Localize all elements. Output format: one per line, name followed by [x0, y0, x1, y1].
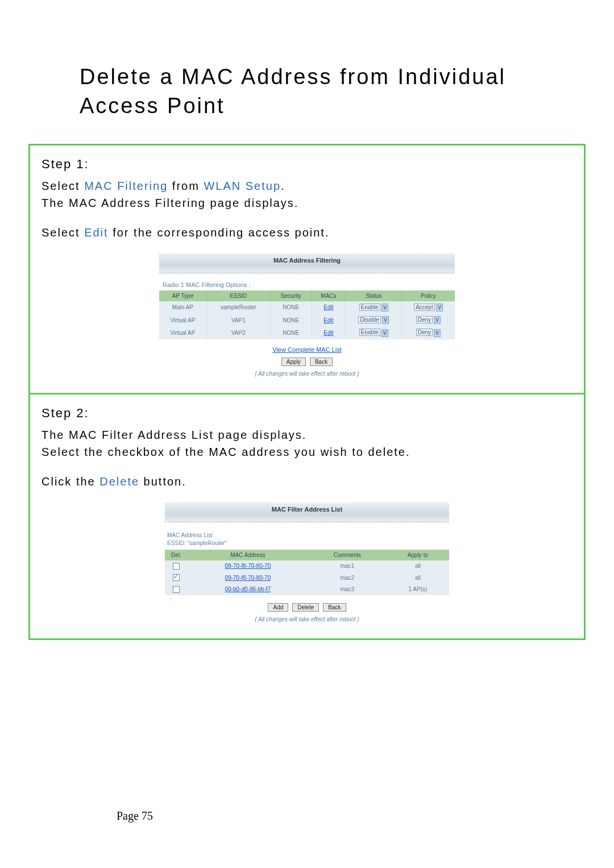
- delete-button[interactable]: Delete: [292, 603, 319, 612]
- steps-container: Step 1: Select MAC Filtering from WLAN S…: [28, 144, 586, 640]
- cell-applyto: all: [387, 572, 449, 583]
- cell-sec: NONE: [270, 314, 312, 326]
- col-comments: Comments: [308, 550, 387, 560]
- table-row: Virtual AP VAP1 NONE Edit Disableᐯ Denyᐯ: [159, 314, 455, 326]
- mac-address-link[interactable]: 00-b0-d0-86-bb-f7: [188, 583, 308, 595]
- chevron-down-icon[interactable]: ᐯ: [381, 329, 388, 337]
- table-header-row: Del. MAC Address Comments Apply to: [165, 550, 449, 560]
- cell-comments: mac1: [308, 560, 387, 572]
- essid-label: ESSID: "sampleRouter": [167, 539, 449, 547]
- reboot-note: ( All changes will take effect after reb…: [165, 616, 449, 622]
- cell-aptype: Virtual AP: [159, 326, 206, 339]
- cell-aptype: Virtual AP: [159, 314, 206, 326]
- mac-address-link[interactable]: 08-70-f8-70-80-70: [188, 560, 308, 572]
- cell-essid: VAP2: [206, 326, 270, 339]
- cell-sec: NONE: [270, 301, 312, 314]
- step1-line1: Select MAC Filtering from WLAN Setup.: [42, 177, 572, 194]
- reboot-note: ( All changes will take effect after reb…: [159, 371, 455, 377]
- status-select[interactable]: Disable: [358, 316, 380, 323]
- table-header-row: AP Type ESSID Security MACs Status Polic…: [159, 290, 455, 301]
- chevron-down-icon[interactable]: ᐯ: [382, 316, 389, 324]
- cell-comments: mac2: [308, 572, 387, 583]
- col-status: Status: [346, 290, 402, 301]
- kw-delete: Delete: [99, 475, 139, 488]
- cell-essid: sampleRouter: [206, 301, 270, 314]
- page-title: Delete a MAC Address from Individual Acc…: [80, 63, 580, 121]
- edit-link[interactable]: Edit: [323, 304, 333, 310]
- chevron-down-icon[interactable]: ᐯ: [381, 304, 388, 312]
- status-select[interactable]: Enable: [359, 304, 380, 311]
- mac-address-link[interactable]: 09-70-f8-70-80-70: [188, 572, 308, 583]
- status-value: Enable: [361, 329, 379, 335]
- panel-mac-filtering: MAC Address Filtering Radio 1 MAC Filter…: [159, 254, 455, 377]
- kw-edit: Edit: [84, 226, 108, 239]
- table-row: 00-b0-d0-86-bb-f7 mac3 1 AP(s): [165, 583, 449, 595]
- policy-select[interactable]: Deny: [416, 329, 433, 336]
- policy-value: Accept: [416, 304, 433, 310]
- col-aptype: AP Type: [159, 290, 206, 301]
- step1-mid2: .: [281, 180, 285, 192]
- col-mac-address: MAC Address: [188, 550, 308, 560]
- step2-heading: Step 2:: [42, 406, 572, 421]
- delete-checkbox[interactable]: [173, 574, 180, 581]
- back-button[interactable]: Back: [323, 603, 346, 612]
- apply-button[interactable]: Apply: [281, 358, 306, 366]
- step2-line3-post: button.: [139, 475, 186, 488]
- add-button[interactable]: Add: [268, 603, 288, 612]
- status-value: Disable: [360, 317, 379, 323]
- panel-mac-filter-address-list: MAC Filter Address List MAC Address List…: [165, 502, 449, 622]
- step2-line1: The MAC Filter Address List page display…: [42, 426, 572, 443]
- step1-line3-pre: Select: [42, 226, 84, 239]
- delete-checkbox[interactable]: [173, 586, 180, 593]
- table-row: Virtual AP VAP2 NONE Edit Enableᐯ Denyᐯ: [159, 326, 455, 339]
- delete-checkbox[interactable]: [173, 563, 180, 570]
- back-button[interactable]: Back: [310, 358, 333, 366]
- policy-select[interactable]: Deny: [416, 316, 433, 323]
- status-select[interactable]: Enable: [359, 329, 380, 336]
- policy-value: Deny: [418, 329, 431, 335]
- table-row: Main AP sampleRouter NONE Edit Enableᐯ A…: [159, 301, 455, 314]
- edit-link[interactable]: Edit: [323, 330, 333, 336]
- step2-line3-pre: Click the: [42, 475, 99, 488]
- table-row: 09-70-f8-70-80-70 mac2 all: [165, 572, 449, 583]
- step2-line2: Select the checkbox of the MAC address y…: [42, 443, 572, 460]
- step1-line3-post: for the corresponding access point.: [109, 226, 330, 239]
- col-essid: ESSID: [206, 290, 270, 301]
- cell-comments: mac3: [308, 583, 387, 595]
- step1-pre: Select: [42, 180, 84, 192]
- step1-heading: Step 1:: [42, 157, 572, 172]
- chevron-down-icon[interactable]: ᐯ: [434, 329, 441, 337]
- panel2-title: MAC Filter Address List: [165, 502, 449, 522]
- cell-aptype: Main AP: [159, 301, 206, 314]
- mac-address-list-table: Del. MAC Address Comments Apply to 08-70…: [165, 550, 449, 595]
- chevron-down-icon[interactable]: ᐯ: [434, 316, 441, 324]
- view-complete-mac-list-link[interactable]: View Complete MAC List: [159, 346, 455, 353]
- mac-address-list-label: MAC Address List: [167, 531, 449, 539]
- step1-line3: Select Edit for the corresponding access…: [42, 224, 572, 241]
- cell-essid: VAP1: [206, 314, 270, 326]
- step1-line2: The MAC Address Filtering page displays.: [42, 194, 572, 211]
- chevron-down-icon[interactable]: ᐯ: [436, 304, 443, 312]
- edit-link[interactable]: Edit: [323, 317, 333, 323]
- col-policy: Policy: [401, 290, 455, 301]
- col-security: Security: [270, 290, 312, 301]
- step1-mid1: from: [168, 180, 204, 192]
- policy-select[interactable]: Accept: [414, 304, 435, 311]
- panel1-subhead: Radio 1 MAC Filtering Options :: [163, 281, 455, 288]
- kw-mac-filtering: MAC Filtering: [84, 180, 168, 192]
- step2-line3: Click the Delete button.: [42, 473, 572, 490]
- table-row: 08-70-f8-70-80-70 mac1 all: [165, 560, 449, 572]
- panel1-title: MAC Address Filtering: [159, 254, 455, 273]
- page-number: Page 75: [117, 809, 153, 823]
- cell-applyto: 1 AP(s): [387, 583, 449, 595]
- step1-box: Step 1: Select MAC Filtering from WLAN S…: [30, 146, 584, 393]
- status-value: Enable: [361, 304, 379, 310]
- col-del: Del.: [165, 550, 188, 560]
- step2-box: Step 2: The MAC Filter Address List page…: [30, 394, 584, 638]
- policy-value: Deny: [418, 317, 431, 323]
- col-apply-to: Apply to: [387, 550, 449, 560]
- cell-sec: NONE: [270, 326, 312, 339]
- col-macs: MACs: [312, 290, 346, 301]
- cell-applyto: all: [387, 560, 449, 572]
- kw-wlan-setup: WLAN Setup: [204, 180, 281, 192]
